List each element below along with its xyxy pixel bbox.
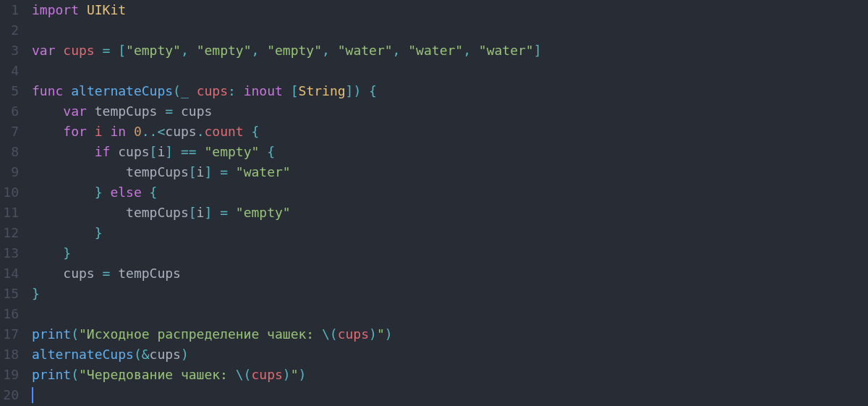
token-plain: tempCups bbox=[126, 205, 189, 220]
code-line[interactable]: } bbox=[32, 223, 542, 243]
token-op: < bbox=[157, 124, 165, 139]
token-str: " bbox=[377, 326, 385, 342]
token-plain bbox=[361, 83, 369, 98]
line-number: 10 bbox=[0, 182, 19, 203]
line-number: 12 bbox=[0, 223, 19, 243]
token-op: } bbox=[63, 245, 71, 261]
token-plain bbox=[236, 83, 244, 98]
token-plain bbox=[126, 124, 134, 139]
token-op: ] bbox=[534, 43, 542, 58]
code-line[interactable]: } bbox=[32, 284, 542, 304]
code-line[interactable] bbox=[32, 20, 542, 41]
token-op: ( bbox=[71, 326, 79, 342]
token-op: = bbox=[220, 205, 228, 220]
token-esc: ) bbox=[283, 367, 291, 382]
token-op: ( bbox=[134, 347, 142, 362]
token-plain bbox=[259, 43, 267, 58]
token-plain: cups bbox=[118, 144, 149, 159]
token-plain: i bbox=[197, 164, 205, 179]
code-line[interactable]: print("Исходное распределение чашек: \(c… bbox=[32, 324, 542, 344]
token-plain bbox=[197, 144, 205, 159]
token-op: . bbox=[197, 124, 205, 139]
code-area[interactable]: import UIKitvar cups = ["empty", "empty"… bbox=[26, 0, 542, 405]
code-line[interactable]: } bbox=[32, 243, 542, 263]
line-number: 11 bbox=[0, 203, 19, 223]
code-editor[interactable]: 1234567891011121314151617181920 import U… bbox=[0, 0, 868, 405]
token-plain: cups bbox=[181, 103, 212, 119]
line-number: 9 bbox=[0, 162, 19, 182]
token-str: "empty" bbox=[205, 144, 260, 159]
token-esc: ) bbox=[369, 326, 377, 342]
token-op: ) bbox=[181, 347, 189, 362]
token-op: ] bbox=[204, 164, 212, 179]
token-plain bbox=[103, 185, 111, 200]
token-op: [ bbox=[189, 164, 197, 179]
token-type: UIKit bbox=[87, 2, 126, 17]
token-plain bbox=[87, 103, 95, 119]
token-kw: inout bbox=[244, 83, 283, 98]
token-plain bbox=[330, 43, 338, 58]
token-plain bbox=[95, 43, 103, 58]
line-number: 20 bbox=[0, 385, 19, 405]
code-line[interactable] bbox=[32, 61, 542, 81]
line-number: 1 bbox=[0, 0, 19, 20]
token-plain bbox=[173, 144, 181, 159]
token-op: ) bbox=[299, 367, 307, 382]
code-line[interactable] bbox=[32, 385, 542, 405]
token-id: i bbox=[95, 124, 103, 139]
token-plain bbox=[212, 205, 220, 220]
code-line[interactable] bbox=[32, 304, 542, 324]
token-str: "water" bbox=[479, 43, 534, 58]
line-number: 5 bbox=[0, 81, 19, 101]
token-plain bbox=[32, 225, 95, 240]
token-plain: cups bbox=[165, 124, 196, 139]
line-number: 13 bbox=[0, 243, 19, 263]
token-str: "empty" bbox=[126, 43, 181, 58]
token-op: = bbox=[103, 43, 111, 58]
code-line[interactable]: tempCups[i] = "water" bbox=[32, 162, 542, 182]
token-op: ) bbox=[385, 326, 393, 342]
token-str: "empty" bbox=[236, 205, 291, 220]
token-op: [ bbox=[291, 83, 299, 98]
token-plain bbox=[32, 205, 126, 220]
code-line[interactable]: import UIKit bbox=[32, 0, 542, 20]
token-esc: \( bbox=[322, 326, 338, 342]
code-line[interactable]: cups = tempCups bbox=[32, 263, 542, 284]
token-plain bbox=[110, 266, 118, 281]
token-op: [ bbox=[150, 144, 158, 159]
token-op: == bbox=[181, 144, 197, 159]
code-line[interactable]: alternateCups(&cups) bbox=[32, 344, 542, 365]
token-plain: tempCups bbox=[118, 266, 181, 281]
token-id: cups bbox=[197, 83, 228, 98]
token-fn: print bbox=[32, 367, 71, 382]
token-str: " bbox=[291, 367, 299, 382]
token-op: , bbox=[252, 43, 260, 58]
line-number: 18 bbox=[0, 344, 19, 365]
token-plain bbox=[110, 144, 118, 159]
code-line[interactable]: var cups = ["empty", "empty", "empty", "… bbox=[32, 41, 542, 61]
token-kw: in bbox=[110, 124, 126, 139]
token-str: "water" bbox=[338, 43, 393, 58]
token-kw: func bbox=[32, 83, 63, 98]
line-number: 4 bbox=[0, 61, 19, 81]
token-plain bbox=[283, 83, 291, 98]
token-op: ( bbox=[71, 367, 79, 382]
token-str: "water" bbox=[408, 43, 463, 58]
code-line[interactable]: var tempCups = cups bbox=[32, 101, 542, 122]
code-line[interactable]: } else { bbox=[32, 182, 542, 203]
token-op: [ bbox=[118, 43, 126, 58]
line-number-gutter: 1234567891011121314151617181920 bbox=[0, 0, 26, 405]
token-esc: \( bbox=[236, 367, 252, 382]
code-line[interactable]: print("Чередование чашек: \(cups)") bbox=[32, 365, 542, 385]
token-plain bbox=[63, 83, 71, 98]
code-line[interactable]: for i in 0..<cups.count { bbox=[32, 122, 542, 142]
code-line[interactable]: tempCups[i] = "empty" bbox=[32, 203, 542, 223]
code-line[interactable]: func alternateCups(_ cups: inout [String… bbox=[32, 81, 542, 101]
token-op: ( bbox=[173, 83, 181, 98]
line-number: 2 bbox=[0, 20, 19, 41]
code-line[interactable]: if cups[i] == "empty" { bbox=[32, 142, 542, 162]
token-op: } bbox=[32, 286, 40, 301]
token-op: , bbox=[393, 43, 401, 58]
token-plain bbox=[95, 266, 103, 281]
line-number: 15 bbox=[0, 284, 19, 304]
